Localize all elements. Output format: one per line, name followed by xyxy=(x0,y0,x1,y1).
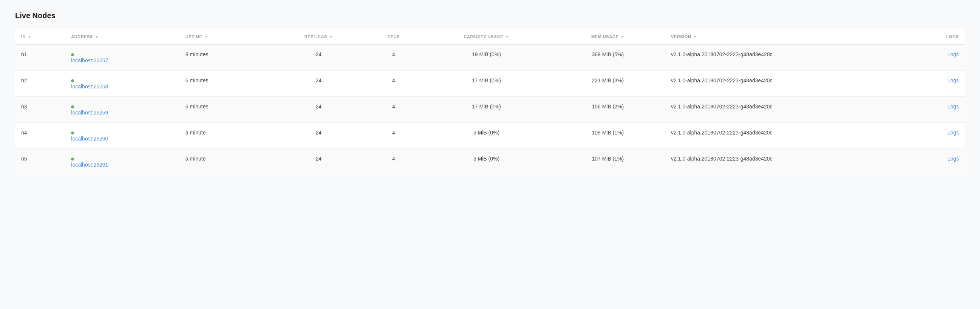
live-nodes-table: ID ▼ ADDRESS ▼ UPTIME ▼ REPLICAS ▼ CPUS … xyxy=(15,29,965,175)
cell-id: n4 xyxy=(15,123,65,149)
cell-capacity-usage: 17 MiB (0%) xyxy=(422,97,550,123)
table-row: n5 localhost:26261 a minute 24 4 5 MiB (… xyxy=(15,149,965,175)
logs-link[interactable]: Logs xyxy=(948,51,959,57)
cell-replicas: 24 xyxy=(272,123,365,149)
cell-logs: Logs xyxy=(908,149,965,175)
node-status-dot xyxy=(71,105,74,108)
col-header-mem[interactable]: MEM USAGE ▼ xyxy=(551,29,665,45)
cell-logs: Logs xyxy=(908,123,965,149)
sort-arrow-capacity: ▼ xyxy=(506,35,509,39)
address-link[interactable]: localhost:26257 xyxy=(71,57,173,64)
cell-capacity-usage: 17 MiB (0%) xyxy=(422,71,550,97)
cell-capacity-usage: 5 MiB (0%) xyxy=(422,123,550,149)
cell-cpus: 4 xyxy=(365,97,422,123)
table-header-row: ID ▼ ADDRESS ▼ UPTIME ▼ REPLICAS ▼ CPUS … xyxy=(15,29,965,45)
cell-mem-usage: 107 MiB (1%) xyxy=(551,149,665,175)
table-row: n2 localhost:26258 6 minutes 24 4 17 MiB… xyxy=(15,71,965,97)
sort-arrow-address: ▼ xyxy=(95,35,99,39)
cell-uptime: 6 minutes xyxy=(180,71,272,97)
node-status-dot xyxy=(71,158,74,161)
node-status-dot xyxy=(71,79,74,82)
cell-mem-usage: 156 MiB (2%) xyxy=(551,97,665,123)
cell-address: localhost:26260 xyxy=(65,123,179,149)
cell-replicas: 24 xyxy=(272,149,365,175)
cell-mem-usage: 109 MiB (1%) xyxy=(551,123,665,149)
address-link[interactable]: localhost:26259 xyxy=(71,110,173,116)
cell-mem-usage: 221 MiB (3%) xyxy=(551,71,665,97)
cell-uptime: 8 minutes xyxy=(180,45,272,71)
cell-replicas: 24 xyxy=(272,71,365,97)
cell-replicas: 24 xyxy=(272,97,365,123)
cell-capacity-usage: 19 MiB (0%) xyxy=(422,45,550,71)
cell-mem-usage: 369 MiB (5%) xyxy=(551,45,665,71)
address-link[interactable]: localhost:26260 xyxy=(71,135,173,142)
node-status-dot xyxy=(71,131,74,134)
logs-link[interactable]: Logs xyxy=(948,129,959,135)
cell-capacity-usage: 5 MiB (0%) xyxy=(422,149,550,175)
cell-replicas: 24 xyxy=(272,45,365,71)
col-header-capacity[interactable]: CAPACITY USAGE ▼ xyxy=(422,29,550,45)
cell-id: n3 xyxy=(15,97,65,123)
cell-id: n2 xyxy=(15,71,65,97)
cell-cpus: 4 xyxy=(365,123,422,149)
cell-id: n1 xyxy=(15,45,65,71)
cell-version: v2.1.0-alpha.20180702-2223-g48ad3e420c xyxy=(665,123,908,149)
table-row: n4 localhost:26260 a minute 24 4 5 MiB (… xyxy=(15,123,965,149)
cell-address: localhost:26257 xyxy=(65,45,179,71)
sort-arrow-mem: ▼ xyxy=(621,35,624,39)
cell-version: v2.1.0-alpha.20180702-2223-g48ad3e420c xyxy=(665,45,908,71)
col-header-uptime[interactable]: UPTIME ▼ xyxy=(180,29,272,45)
cell-cpus: 4 xyxy=(365,149,422,175)
cell-id: n5 xyxy=(15,149,65,175)
cell-version: v2.1.0-alpha.20180702-2223-g48ad3e420c xyxy=(665,97,908,123)
address-link[interactable]: localhost:26258 xyxy=(71,83,173,89)
col-header-replicas[interactable]: REPLICAS ▼ xyxy=(272,29,365,45)
cell-address: localhost:26261 xyxy=(65,149,179,175)
cell-cpus: 4 xyxy=(365,71,422,97)
sort-arrow-version: ▼ xyxy=(693,35,697,39)
col-header-cpus: CPUS xyxy=(365,29,422,45)
cell-version: v2.1.0-alpha.20180702-2223-g48ad3e420c xyxy=(665,149,908,175)
sort-arrow-id: ▼ xyxy=(28,35,31,39)
cell-address: localhost:26258 xyxy=(65,71,179,97)
cell-uptime: a minute xyxy=(180,149,272,175)
sort-arrow-replicas: ▼ xyxy=(329,35,332,39)
table-row: n1 localhost:26257 8 minutes 24 4 19 MiB… xyxy=(15,45,965,71)
cell-logs: Logs xyxy=(908,71,965,97)
address-link[interactable]: localhost:26261 xyxy=(71,162,173,168)
cell-uptime: a minute xyxy=(180,123,272,149)
sort-arrow-uptime: ▼ xyxy=(204,35,208,39)
cell-uptime: 6 minutes xyxy=(180,97,272,123)
logs-link[interactable]: Logs xyxy=(948,156,959,162)
col-header-address[interactable]: ADDRESS ▼ xyxy=(65,29,179,45)
logs-link[interactable]: Logs xyxy=(948,77,959,83)
col-header-version[interactable]: VERSION ▼ xyxy=(665,29,908,45)
node-status-dot xyxy=(71,53,74,56)
table-row: n3 localhost:26259 6 minutes 24 4 17 MiB… xyxy=(15,97,965,123)
cell-logs: Logs xyxy=(908,45,965,71)
cell-version: v2.1.0-alpha.20180702-2223-g48ad3e420c xyxy=(665,71,908,97)
col-header-logs: LOGS xyxy=(908,29,965,45)
page-title: Live Nodes xyxy=(15,11,965,20)
logs-link[interactable]: Logs xyxy=(948,104,959,110)
cell-logs: Logs xyxy=(908,97,965,123)
cell-address: localhost:26259 xyxy=(65,97,179,123)
cell-cpus: 4 xyxy=(365,45,422,71)
col-header-id[interactable]: ID ▼ xyxy=(15,29,65,45)
